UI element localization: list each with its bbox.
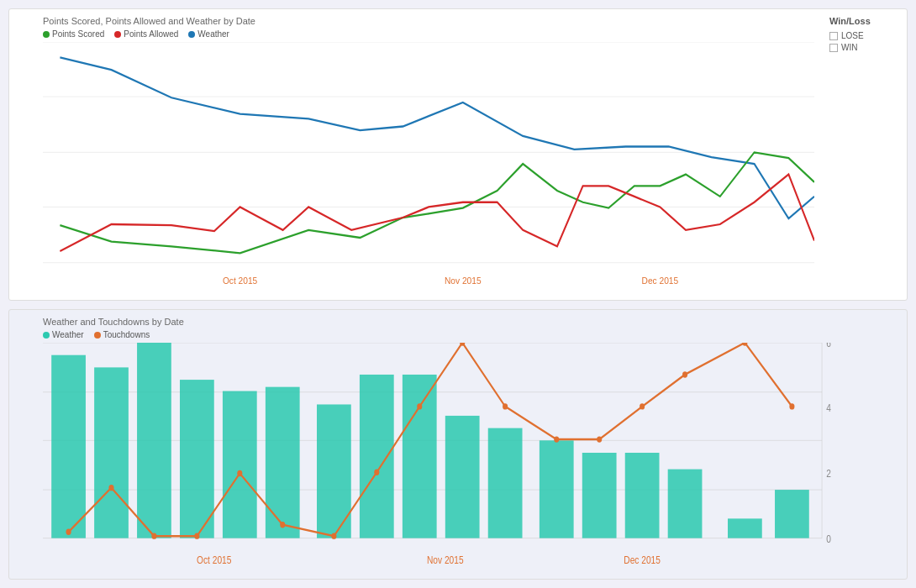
svg-rect-40 (488, 428, 523, 538)
top-chart: Points Scored, Points Allowed and Weathe… (8, 8, 908, 301)
legend-points-allowed: Points Allowed (114, 29, 178, 39)
weather-icon (188, 31, 195, 38)
bottom-chart-svg: 0 20 40 60 80 0 2 4 6 Oct 2015 Nov 2015 … (43, 343, 865, 580)
svg-rect-35 (266, 387, 300, 538)
points-allowed-icon (114, 31, 121, 38)
legend-weather-bottom: Weather (43, 330, 84, 339)
svg-point-50 (194, 533, 199, 539)
svg-rect-32 (137, 343, 171, 538)
lose-box (829, 32, 838, 40)
svg-rect-46 (775, 490, 809, 538)
svg-point-58 (554, 437, 559, 443)
win-label: WIN (841, 43, 857, 52)
weather-label: Weather (197, 29, 229, 39)
svg-text:Dec 2015: Dec 2015 (642, 275, 679, 286)
svg-point-61 (682, 372, 687, 378)
svg-text:Oct 2015: Oct 2015 (197, 555, 231, 566)
touchdowns-icon (94, 332, 101, 339)
legend-touchdowns: Touchdowns (94, 330, 150, 339)
lose-label: LOSE (841, 31, 864, 40)
svg-rect-44 (668, 470, 703, 538)
svg-point-59 (597, 437, 602, 443)
svg-rect-43 (625, 453, 660, 538)
svg-rect-38 (403, 375, 437, 538)
points-scored-label: Points Scored (52, 29, 104, 39)
svg-point-60 (640, 404, 645, 410)
svg-point-47 (66, 529, 71, 535)
svg-text:2: 2 (826, 469, 831, 480)
svg-point-51 (237, 470, 242, 476)
svg-rect-37 (360, 375, 394, 538)
svg-rect-33 (180, 380, 214, 538)
svg-point-53 (331, 533, 336, 539)
win-loss-win: WIN (829, 43, 900, 52)
svg-rect-30 (51, 355, 86, 538)
svg-point-55 (417, 404, 422, 410)
svg-text:0: 0 (826, 533, 831, 544)
top-chart-legends: Points Scored Points Allowed Weather (43, 29, 814, 39)
bottom-chart: Weather and Touchdowns by Date Weather T… (8, 309, 908, 580)
bottom-chart-title: Weather and Touchdowns by Date (43, 317, 865, 327)
top-chart-main: Points Scored, Points Allowed and Weathe… (9, 9, 823, 300)
bottom-chart-legends: Weather Touchdowns (43, 330, 865, 339)
svg-point-63 (789, 404, 794, 410)
svg-rect-31 (94, 368, 129, 538)
touchdowns-label: Touchdowns (103, 330, 150, 339)
legend-points-scored: Points Scored (43, 29, 104, 39)
svg-point-48 (108, 485, 113, 491)
svg-point-54 (374, 470, 379, 475)
dashboard: Points Scored, Points Allowed and Weathe… (0, 0, 916, 588)
svg-rect-42 (582, 453, 617, 538)
svg-text:Dec 2015: Dec 2015 (624, 555, 661, 566)
svg-text:Nov 2015: Nov 2015 (445, 275, 482, 286)
svg-rect-41 (540, 441, 574, 538)
bottom-chart-inner: Weather and Touchdowns by Date Weather T… (9, 310, 907, 579)
points-allowed-label: Points Allowed (124, 29, 178, 39)
points-scored-icon (43, 31, 50, 38)
win-loss-lose: LOSE (829, 31, 900, 40)
win-loss-title: Win/Loss (829, 16, 900, 26)
top-chart-title: Points Scored, Points Allowed and Weathe… (43, 16, 814, 26)
svg-text:4: 4 (826, 403, 831, 414)
svg-rect-34 (223, 391, 257, 538)
svg-text:Oct 2015: Oct 2015 (223, 275, 257, 286)
svg-rect-39 (445, 416, 480, 538)
win-box (829, 44, 838, 52)
weather-bottom-label: Weather (52, 330, 84, 339)
svg-rect-45 (728, 519, 762, 538)
svg-text:6: 6 (826, 343, 831, 349)
weather-bottom-icon (43, 332, 50, 339)
svg-point-57 (503, 404, 508, 410)
svg-point-49 (151, 533, 156, 539)
svg-text:Nov 2015: Nov 2015 (427, 555, 464, 566)
win-loss-panel: Win/Loss LOSE WIN (823, 9, 907, 300)
legend-weather: Weather (188, 29, 229, 39)
top-chart-svg: 0 20 40 60 80 Oct 2015 Nov 2015 Dec 2015 (43, 42, 814, 301)
svg-point-52 (280, 522, 285, 528)
